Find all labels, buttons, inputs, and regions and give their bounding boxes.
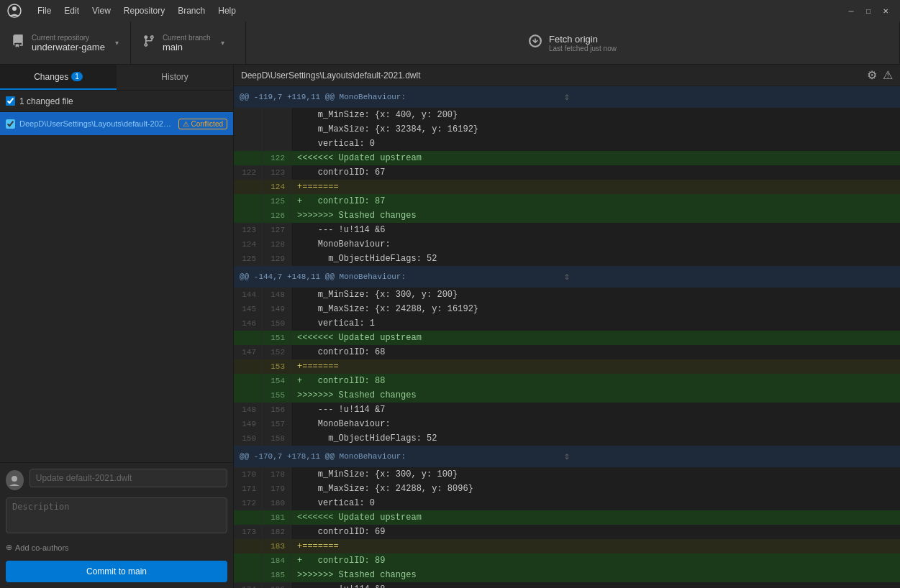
diff-row: 174 186 --- !u!114 &8 bbox=[234, 582, 900, 588]
tab-history[interactable]: History bbox=[117, 65, 233, 90]
changed-count-label: 1 changed file bbox=[19, 96, 73, 106]
repo-icon bbox=[12, 35, 24, 51]
diff-header: DeepD\UserSettings\Layouts\default-2021.… bbox=[234, 65, 900, 86]
current-branch-button[interactable]: Current branch main ▾ bbox=[131, 22, 246, 64]
tab-changes[interactable]: Changes 1 bbox=[0, 65, 117, 90]
diff-row: m_MaxSize: {x: 32384, y: 16192} bbox=[234, 122, 900, 137]
diff-row: 172 180 vertical: 0 bbox=[234, 496, 900, 510]
commit-summary-input[interactable] bbox=[29, 469, 227, 487]
current-repository-button[interactable]: Current repository underwater-game ▾ bbox=[0, 22, 131, 64]
repo-name: underwater-game bbox=[32, 42, 105, 52]
diff-row: 146 150 vertical: 1 bbox=[234, 316, 900, 331]
menu-help[interactable]: Help bbox=[212, 4, 242, 17]
svg-point-2 bbox=[12, 476, 17, 482]
diff-content: ⇕ @@ -119,7 +119,11 @@ MonoBehaviour: m_… bbox=[234, 86, 900, 588]
commit-author bbox=[6, 469, 227, 492]
menu-bar: File Edit View Repository Branch Help bbox=[32, 4, 242, 17]
diff-row-added: 125 + controlID: 87 bbox=[234, 194, 900, 208]
diff-row: 171 179 m_MaxSize: {x: 24288, y: 8096} bbox=[234, 482, 900, 496]
left-panel: Changes 1 History 1 changed file DeepD\U… bbox=[0, 65, 234, 588]
diff-row: m_MinSize: {x: 400, y: 200} bbox=[234, 108, 900, 122]
commit-description-input[interactable] bbox=[6, 497, 227, 533]
svg-point-1 bbox=[12, 6, 17, 11]
titlebar-left: File Edit View Repository Branch Help bbox=[7, 4, 242, 18]
file-list: DeepD\UserSettings\Layouts\default-2021.… bbox=[0, 112, 233, 462]
minimize-button[interactable]: ─ bbox=[844, 4, 858, 18]
add-coauthor-button[interactable]: ⊕ Add co-authors bbox=[6, 540, 227, 555]
diff-row: vertical: 0 bbox=[234, 137, 900, 151]
diff-row-conflict-ours-3: 181 <<<<<<< Updated upstream bbox=[234, 510, 900, 525]
fetch-origin-button[interactable]: Fetch origin Last fetched just now bbox=[246, 22, 900, 64]
diff-row-conflict-sep: 124 +======= bbox=[234, 180, 900, 194]
diff-row: 173 182 controlID: 69 bbox=[234, 525, 900, 539]
branch-chevron-icon: ▾ bbox=[221, 39, 224, 47]
toolbar: Current repository underwater-game ▾ Cur… bbox=[0, 22, 900, 65]
diff-row-added-3: 184 + controlID: 89 bbox=[234, 553, 900, 568]
file-name: DeepD\UserSettings\Layouts\default-2021.… bbox=[19, 119, 174, 128]
titlebar: File Edit View Repository Branch Help ─ … bbox=[0, 0, 900, 22]
diff-row-conflict-ours: 122 <<<<<<< Updated upstream bbox=[234, 151, 900, 165]
expand-icon-2[interactable]: ⇕ bbox=[564, 270, 570, 284]
commit-area: ⊕ Add co-authors Commit to main bbox=[0, 462, 233, 588]
branch-text: Current branch main bbox=[163, 34, 211, 52]
repo-text: Current repository underwater-game bbox=[32, 34, 105, 52]
diff-row: 122 123 controlID: 67 bbox=[234, 165, 900, 180]
diff-row-conflict-theirs: 126 >>>>>>> Stashed changes bbox=[234, 208, 900, 223]
diff-row-conflict-theirs-2: 155 >>>>>>> Stashed changes bbox=[234, 388, 900, 403]
hunk-header-3: ⇕ @@ -170,7 +178,11 @@ MonoBehaviour: bbox=[234, 446, 900, 467]
diff-row: 147 152 controlID: 68 bbox=[234, 345, 900, 359]
tabs: Changes 1 History bbox=[0, 65, 233, 91]
hunk-header-1: ⇕ @@ -119,7 +119,11 @@ MonoBehaviour: bbox=[234, 86, 900, 108]
hunk-info-1: @@ -119,7 +119,11 @@ MonoBehaviour: bbox=[240, 90, 406, 104]
fetch-sub: Last fetched just now bbox=[549, 45, 617, 52]
diff-row: 145 149 m_MaxSize: {x: 24288, y: 16192} bbox=[234, 302, 900, 316]
menu-branch[interactable]: Branch bbox=[172, 4, 211, 17]
repo-label: Current repository bbox=[32, 34, 105, 42]
diff-row: 125 129 m_ObjectHideFlags: 52 bbox=[234, 252, 900, 266]
file-checkbox[interactable] bbox=[6, 119, 15, 129]
file-item[interactable]: DeepD\UserSettings\Layouts\default-2021.… bbox=[0, 112, 233, 135]
branch-icon bbox=[142, 35, 155, 51]
warning-icon: ⚠ bbox=[883, 68, 893, 82]
expand-icon[interactable]: ⇕ bbox=[564, 90, 570, 104]
hunk-info-2: @@ -144,7 +148,11 @@ MonoBehaviour: bbox=[240, 270, 406, 284]
diff-row-conflict-sep-3: 183 +======= bbox=[234, 539, 900, 553]
diff-row-conflict-ours-2: 151 <<<<<<< Updated upstream bbox=[234, 331, 900, 345]
diff-row: 148 156 --- !u!114 &7 bbox=[234, 403, 900, 417]
main-area: Changes 1 History 1 changed file DeepD\U… bbox=[0, 65, 900, 588]
fetch-icon bbox=[529, 35, 542, 51]
maximize-button[interactable]: □ bbox=[861, 4, 876, 18]
expand-icon-3[interactable]: ⇕ bbox=[564, 449, 570, 464]
fetch-title: Fetch origin bbox=[549, 34, 617, 45]
diff-row-conflict-theirs-3: 185 >>>>>>> Stashed changes bbox=[234, 568, 900, 582]
menu-edit[interactable]: Edit bbox=[58, 4, 85, 17]
diff-row: 144 148 m_MinSize: {x: 300, y: 200} bbox=[234, 288, 900, 302]
diff-row: 170 178 m_MinSize: {x: 300, y: 100} bbox=[234, 467, 900, 482]
fetch-text: Fetch origin Last fetched just now bbox=[549, 34, 617, 52]
diff-actions: ⚙ ⚠ bbox=[867, 68, 893, 82]
hunk-header-2: ⇕ @@ -144,7 +148,11 @@ MonoBehaviour: bbox=[234, 266, 900, 288]
repo-chevron-icon: ▾ bbox=[115, 39, 119, 47]
branch-label: Current branch bbox=[163, 34, 211, 42]
gear-icon[interactable]: ⚙ bbox=[867, 68, 877, 82]
menu-view[interactable]: View bbox=[86, 4, 117, 17]
changed-files-header: 1 changed file bbox=[0, 91, 233, 112]
avatar bbox=[6, 470, 24, 490]
select-all-checkbox[interactable] bbox=[6, 96, 15, 106]
hunk-info-3: @@ -170,7 +178,11 @@ MonoBehaviour: bbox=[240, 449, 406, 464]
menu-file[interactable]: File bbox=[32, 4, 57, 17]
plus-icon: ⊕ bbox=[6, 543, 12, 552]
branch-name: main bbox=[163, 42, 211, 52]
diff-row: 124 128 MonoBehaviour: bbox=[234, 237, 900, 252]
menu-repository[interactable]: Repository bbox=[118, 4, 171, 17]
app-logo bbox=[7, 4, 22, 18]
conflicted-badge: ⚠ Conflicted bbox=[178, 119, 227, 129]
changes-badge: 1 bbox=[71, 72, 83, 81]
close-button[interactable]: ✕ bbox=[878, 4, 893, 18]
diff-row: 149 157 MonoBehaviour: bbox=[234, 417, 900, 431]
diff-panel[interactable]: DeepD\UserSettings\Layouts\default-2021.… bbox=[234, 65, 900, 588]
diff-file-path: DeepD\UserSettings\Layouts\default-2021.… bbox=[241, 70, 420, 81]
window-controls: ─ □ ✕ bbox=[844, 4, 893, 18]
commit-button[interactable]: Commit to main bbox=[6, 561, 227, 582]
diff-row: 123 127 --- !u!114 &6 bbox=[234, 223, 900, 237]
